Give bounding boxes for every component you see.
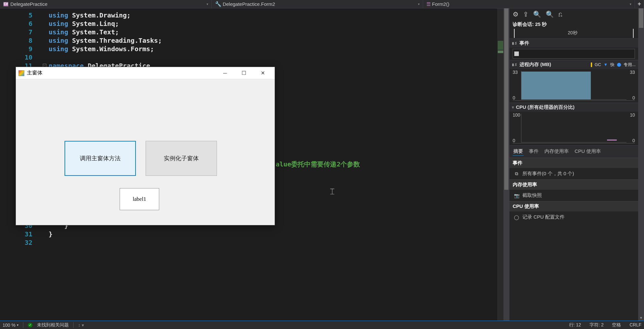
diag-tab-summary[interactable]: 摘要: [513, 148, 524, 156]
scrollbar-thumb[interactable]: [504, 8, 508, 190]
scroll-down-arrow-icon[interactable]: ▼: [638, 315, 644, 321]
instantiate-child-button[interactable]: 实例化子窗体: [146, 141, 217, 176]
status-indent[interactable]: 空格: [612, 322, 621, 328]
editor-overview-ruler[interactable]: [497, 8, 503, 321]
diag-section-cpu-label: CPU (所有处理器的百分比): [516, 104, 575, 110]
class-icon: 🔧: [215, 1, 221, 7]
status-issues-label[interactable]: 未找到相关问题: [37, 322, 69, 328]
diag-timeline[interactable]: 20秒: [513, 29, 635, 39]
label1: label1: [120, 188, 159, 210]
form-app-icon: [18, 70, 24, 76]
text-cursor-caret-icon: ⌶: [330, 187, 334, 196]
close-button[interactable]: ✕: [253, 67, 272, 79]
cpu-chart[interactable]: 100 0 10 0: [513, 112, 635, 143]
method-icon: ☰: [426, 1, 431, 7]
diag-tabs: 摘要 事件 内存使用率 CPU 使用率: [509, 145, 638, 158]
breadcrumb-class[interactable]: 🔧 DelegatePractice.Form2 ▾: [212, 0, 423, 8]
timeline-tick-label: 20秒: [568, 30, 578, 36]
reset-view-icon[interactable]: ⎌: [558, 11, 562, 18]
summary-events-row[interactable]: ⧉ 所有事件(0 个，共 0 个): [509, 168, 638, 179]
breadcrumb-bar: C# DelegatePractice ▾ 🔧 DelegatePractice…: [0, 0, 644, 8]
collapse-triangle-icon: �క: [512, 63, 518, 67]
zoom-in-icon[interactable]: 🔍: [533, 10, 541, 18]
breadcrumb-method-label: Form2(): [432, 1, 449, 7]
form-title: 主窗体: [27, 70, 216, 76]
legend-gc-icon: [591, 62, 592, 67]
breadcrumb-project[interactable]: C# DelegatePractice ▾: [0, 0, 212, 8]
diag-tab-events[interactable]: 事件: [528, 148, 539, 156]
pause-marker-icon: [514, 51, 519, 56]
summary-cpu-header: CPU 使用率: [509, 201, 638, 211]
summary-memory-header: 内存使用率: [509, 179, 638, 190]
diag-tab-cpu[interactable]: CPU 使用率: [574, 148, 602, 156]
minimize-button[interactable]: ─: [216, 67, 234, 79]
status-bar: 100 % ▾ ✓ 未找到相关问题 ↕ ▾ 行: 12 字符: 2 空格 CRL…: [0, 321, 644, 329]
running-form-window[interactable]: 主窗体 ─ ☐ ✕ 调用主窗体方法 实例化子窗体 label1: [16, 67, 275, 225]
diag-section-events-header[interactable]: �క 事件: [509, 39, 638, 48]
chevron-down-icon: ▾: [17, 323, 18, 327]
diag-tab-memory[interactable]: 内存使用率: [544, 148, 569, 156]
diag-events-track[interactable]: [513, 49, 635, 59]
memory-chart[interactable]: 33 0 33 0: [513, 70, 635, 101]
diag-section-memory-header[interactable]: �క 进程内存 (MB) GC ▼快 专用...: [509, 60, 638, 69]
chevron-down-icon: ▾: [418, 2, 420, 6]
breadcrumb-class-label: DelegatePractice.Form2: [223, 1, 275, 7]
csharp-icon: C#: [3, 2, 8, 6]
error-nav-icon[interactable]: ↕ ▾: [78, 323, 84, 328]
vertical-scrollbar[interactable]: [503, 8, 509, 321]
chevron-down-icon: ▾: [630, 2, 631, 6]
split-window-button[interactable]: +: [635, 0, 644, 8]
status-col[interactable]: 字符: 2: [590, 322, 604, 328]
maximize-button[interactable]: ☐: [234, 67, 253, 79]
zoom-control[interactable]: 100 % ▾: [3, 323, 18, 328]
diagnostics-panel: ⚙ ⇪ 🔍 🔍 ⎌ 诊断会话: 25 秒 20秒 �క 事件 �క 进: [509, 8, 644, 321]
diag-vertical-scrollbar[interactable]: ▲ ▼: [638, 8, 644, 321]
status-ok-icon: ✓: [28, 323, 32, 327]
call-main-method-button[interactable]: 调用主窗体方法: [65, 141, 136, 176]
legend-private-icon: [617, 63, 621, 67]
legend-fast-icon: ▼: [603, 62, 608, 67]
zoom-out-icon[interactable]: 🔍: [546, 10, 554, 18]
diag-section-cpu-header[interactable]: ▿ CPU (所有处理器的百分比): [509, 103, 638, 112]
summary-events-header: 事件: [509, 158, 638, 168]
scrollbar-thumb[interactable]: [639, 8, 643, 28]
gear-icon[interactable]: ⚙: [513, 10, 519, 18]
diag-section-memory-label: 进程内存 (MB): [519, 62, 551, 68]
form-client-area: 调用主窗体方法 实例化子窗体 label1: [16, 79, 275, 225]
events-icon: ⧉: [514, 171, 519, 176]
summary-cpu-row[interactable]: ◯ 记录 CPU 配置文件: [509, 211, 638, 223]
diag-section-events-label: 事件: [519, 40, 529, 46]
diag-session-label: 诊断会话: 25 秒: [509, 20, 638, 29]
diag-toolbar: ⚙ ⇪ 🔍 🔍 ⎌: [509, 8, 638, 20]
collapse-triangle-icon: �క: [512, 41, 518, 45]
camera-icon: 📷: [514, 193, 519, 198]
breadcrumb-method[interactable]: ☰ Form2() ▾: [423, 0, 635, 8]
status-line[interactable]: 行: 12: [569, 322, 581, 328]
breadcrumb-project-label: DelegatePractice: [10, 1, 47, 7]
export-icon[interactable]: ⇪: [523, 10, 529, 18]
record-icon: ◯: [514, 215, 519, 220]
code-comment-partial: alue委托中需要传递2个参数: [276, 160, 360, 169]
form-titlebar[interactable]: 主窗体 ─ ☐ ✕: [16, 67, 275, 79]
chevron-down-icon: ▾: [207, 2, 208, 6]
collapse-triangle-icon: ▿: [512, 105, 514, 109]
summary-memory-row[interactable]: 📷 截取快照: [509, 190, 638, 201]
status-lineending[interactable]: CRLF: [629, 322, 641, 328]
